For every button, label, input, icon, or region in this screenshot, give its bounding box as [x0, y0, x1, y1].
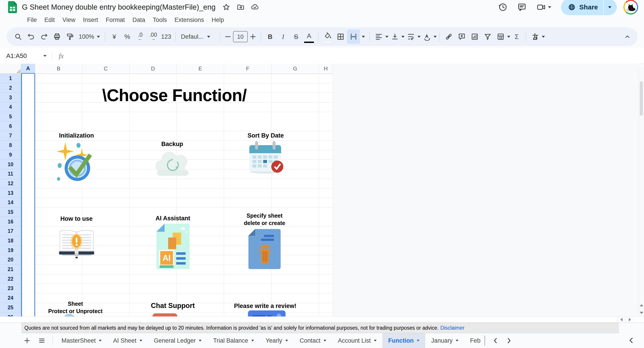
specify-sheet-button-icon[interactable]	[248, 229, 281, 269]
row-header[interactable]: 11	[0, 169, 21, 179]
menu-item[interactable]: File	[23, 16, 41, 24]
tabs-scroll-left-icon[interactable]	[492, 337, 499, 344]
scroll-up-button[interactable]	[639, 302, 644, 309]
decrease-decimal-button[interactable]: .0←	[134, 30, 147, 44]
sheet-tab[interactable]: January	[425, 333, 464, 348]
insert-comment-button[interactable]	[455, 30, 468, 44]
tab-menu-caret[interactable]	[324, 340, 326, 342]
backup-button-icon[interactable]	[153, 147, 192, 176]
menu-item[interactable]: Edit	[41, 16, 59, 24]
input-tools-button[interactable]	[529, 30, 542, 44]
tab-menu-caret[interactable]	[285, 340, 288, 342]
tab-menu-caret[interactable]	[99, 340, 102, 342]
create-filter-button[interactable]	[481, 30, 494, 44]
tabs-scroll-right-icon[interactable]	[505, 337, 513, 344]
column-header[interactable]: B	[35, 64, 82, 74]
version-history-button[interactable]	[498, 2, 507, 12]
meet-button[interactable]	[536, 2, 551, 12]
vertical-align-button[interactable]	[388, 30, 402, 44]
account-avatar[interactable]	[624, 0, 638, 14]
share-dropdown-caret[interactable]	[608, 6, 611, 8]
how-to-use-button-icon[interactable]	[57, 228, 96, 260]
row-header[interactable]: 1	[0, 74, 21, 84]
redo-button[interactable]	[38, 30, 50, 44]
sheet-tab[interactable]: AI Sheet	[107, 333, 148, 348]
row-header[interactable]: 2	[0, 84, 21, 93]
document-title[interactable]: G Sheet Money double entry bookkeeping(M…	[22, 3, 216, 12]
share-button[interactable]: Share	[561, 0, 617, 15]
scroll-down-button[interactable]	[639, 310, 644, 316]
tab-menu-caret[interactable]	[199, 340, 202, 342]
row-header[interactable]: 7	[0, 131, 21, 141]
menu-item[interactable]: View	[58, 16, 79, 24]
document-status-cloud-icon[interactable]	[251, 3, 259, 11]
row-header[interactable]: 17	[0, 226, 21, 236]
row-header[interactable]: 20	[0, 255, 21, 265]
text-rotation-button[interactable]	[420, 30, 434, 44]
row-header[interactable]: 23	[0, 284, 21, 294]
row-header[interactable]: 9	[0, 150, 21, 160]
all-sheets-button[interactable]	[34, 333, 49, 348]
row-header[interactable]: 16	[0, 217, 21, 226]
move-to-folder-icon[interactable]	[236, 3, 245, 11]
text-wrap-caret[interactable]	[418, 36, 420, 38]
column-header[interactable]: G	[272, 64, 319, 74]
row-header[interactable]: 12	[0, 179, 21, 188]
text-wrap-button[interactable]	[404, 30, 418, 44]
tab-menu-caret[interactable]	[251, 340, 254, 342]
add-sheet-button[interactable]	[20, 333, 34, 348]
column-header[interactable]: E	[177, 64, 224, 74]
row-header[interactable]: 3	[0, 93, 21, 102]
row-header[interactable]: 8	[0, 141, 21, 150]
hide-toolbar-button[interactable]	[624, 33, 632, 41]
sheet-tab[interactable]: Feb	[464, 333, 485, 348]
insert-link-button[interactable]	[442, 30, 455, 44]
merge-cells-caret[interactable]	[362, 36, 365, 38]
text-rotation-caret[interactable]	[434, 36, 437, 38]
search-button[interactable]	[12, 30, 24, 44]
menu-item[interactable]: Format	[102, 16, 129, 24]
format-currency-button[interactable]: ¥	[108, 30, 121, 44]
column-header[interactable]: A	[21, 64, 35, 74]
tab-menu-caret[interactable]	[456, 340, 458, 342]
disclaimer-link[interactable]: Disclaimer	[440, 325, 464, 331]
row-header[interactable]: 14	[0, 198, 21, 208]
sheet-tab[interactable]: Contact	[294, 333, 332, 348]
decrease-font-size-button[interactable]	[223, 30, 233, 44]
meet-dropdown-caret[interactable]	[548, 6, 551, 8]
menu-item[interactable]: Tools	[149, 16, 170, 24]
paint-format-button[interactable]	[64, 30, 76, 44]
tab-menu-caret[interactable]	[374, 340, 376, 342]
row-header[interactable]: 26	[0, 312, 21, 316]
horizontal-align-caret[interactable]	[385, 36, 388, 38]
zoom-selector[interactable]: 100%	[76, 33, 102, 40]
merge-cells-button[interactable]	[347, 30, 360, 44]
row-header[interactable]: 5	[0, 112, 21, 122]
sheet-tab[interactable]: Account List	[332, 333, 382, 348]
vertical-scrollbar-thumb[interactable]	[640, 81, 643, 116]
functions-button[interactable]: Σ	[510, 30, 523, 44]
menu-item[interactable]: Help	[208, 16, 228, 24]
menu-item[interactable]: Extensions	[170, 16, 208, 24]
more-formats-button[interactable]: 123	[160, 30, 173, 44]
sheet-tab[interactable]: Yearly	[260, 333, 294, 348]
font-size-input[interactable]: 10	[233, 31, 248, 42]
menu-item[interactable]: Data	[128, 16, 149, 24]
input-tools-caret[interactable]	[542, 36, 545, 38]
row-header[interactable]: 21	[0, 265, 21, 274]
sheet-protect-button-icon[interactable]	[62, 314, 76, 316]
scroll-left-button[interactable]	[617, 317, 626, 322]
strikethrough-button[interactable]: S	[290, 30, 302, 44]
vertical-align-caret[interactable]	[402, 36, 404, 38]
sheet-tab[interactable]: Trial Balance	[207, 333, 260, 348]
table-caret[interactable]	[507, 36, 510, 38]
print-button[interactable]	[50, 30, 64, 44]
sort-by-date-button-icon[interactable]	[248, 140, 285, 174]
insert-chart-button[interactable]	[468, 30, 481, 44]
fill-color-button[interactable]	[321, 30, 334, 44]
column-header[interactable]: C	[82, 64, 130, 74]
borders-button[interactable]	[334, 30, 347, 44]
bold-button[interactable]: B	[264, 30, 276, 44]
ai-assistant-button-icon[interactable]: AI	[156, 224, 190, 269]
increase-decimal-button[interactable]: .00→	[147, 30, 160, 44]
